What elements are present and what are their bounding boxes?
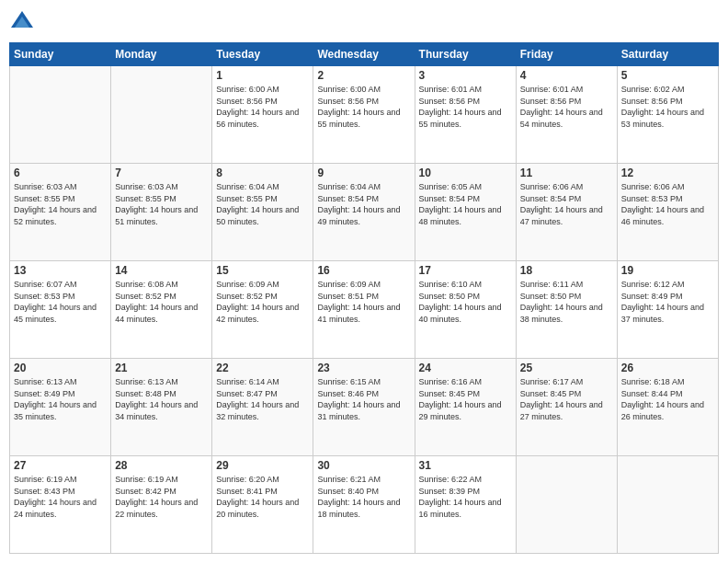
day-number: 4 [520, 69, 613, 82]
calendar-week-row: 20Sunrise: 6:13 AM Sunset: 8:49 PM Dayli… [10, 359, 719, 456]
calendar-cell: 12Sunrise: 6:06 AM Sunset: 8:53 PM Dayli… [617, 164, 718, 261]
day-info: Sunrise: 6:03 AM Sunset: 8:55 PM Dayligh… [14, 181, 107, 227]
calendar-cell: 3Sunrise: 6:01 AM Sunset: 8:56 PM Daylig… [415, 66, 516, 164]
calendar-cell: 20Sunrise: 6:13 AM Sunset: 8:49 PM Dayli… [10, 359, 111, 456]
calendar-day-header: Wednesday [313, 43, 415, 66]
day-number: 2 [317, 69, 410, 82]
day-number: 7 [115, 167, 208, 179]
day-number: 24 [419, 362, 512, 374]
day-info: Sunrise: 6:20 AM Sunset: 8:41 PM Dayligh… [216, 474, 309, 520]
day-number: 6 [14, 167, 107, 179]
day-info: Sunrise: 6:19 AM Sunset: 8:42 PM Dayligh… [115, 474, 208, 520]
day-info: Sunrise: 6:10 AM Sunset: 8:50 PM Dayligh… [419, 279, 512, 325]
calendar-cell: 18Sunrise: 6:11 AM Sunset: 8:50 PM Dayli… [516, 261, 617, 359]
calendar-day-header: Tuesday [212, 43, 313, 66]
calendar-cell: 1Sunrise: 6:00 AM Sunset: 8:56 PM Daylig… [212, 66, 313, 164]
day-info: Sunrise: 6:00 AM Sunset: 8:56 PM Dayligh… [216, 84, 309, 130]
calendar-cell: 10Sunrise: 6:05 AM Sunset: 8:54 PM Dayli… [415, 164, 516, 261]
calendar-cell: 27Sunrise: 6:19 AM Sunset: 8:43 PM Dayli… [10, 456, 111, 554]
day-number: 13 [14, 264, 107, 277]
page: SundayMondayTuesdayWednesdayThursdayFrid… [0, 0, 728, 563]
calendar-cell: 13Sunrise: 6:07 AM Sunset: 8:53 PM Dayli… [10, 261, 111, 359]
day-number: 9 [317, 167, 410, 179]
calendar-cell [617, 456, 718, 554]
calendar-week-row: 27Sunrise: 6:19 AM Sunset: 8:43 PM Dayli… [10, 456, 719, 554]
day-number: 15 [216, 264, 309, 277]
day-number: 29 [216, 459, 309, 472]
calendar-day-header: Thursday [415, 43, 516, 66]
header [9, 9, 719, 35]
day-number: 16 [317, 264, 410, 277]
day-info: Sunrise: 6:18 AM Sunset: 8:44 PM Dayligh… [621, 376, 714, 422]
calendar-cell: 28Sunrise: 6:19 AM Sunset: 8:42 PM Dayli… [111, 456, 212, 554]
day-info: Sunrise: 6:04 AM Sunset: 8:54 PM Dayligh… [317, 181, 410, 227]
day-info: Sunrise: 6:13 AM Sunset: 8:49 PM Dayligh… [14, 376, 107, 422]
calendar-cell: 4Sunrise: 6:01 AM Sunset: 8:56 PM Daylig… [516, 66, 617, 164]
calendar-table: SundayMondayTuesdayWednesdayThursdayFrid… [9, 42, 719, 554]
day-info: Sunrise: 6:09 AM Sunset: 8:52 PM Dayligh… [216, 279, 309, 325]
day-info: Sunrise: 6:01 AM Sunset: 8:56 PM Dayligh… [419, 84, 512, 130]
calendar-cell: 21Sunrise: 6:13 AM Sunset: 8:48 PM Dayli… [111, 359, 212, 456]
day-info: Sunrise: 6:06 AM Sunset: 8:53 PM Dayligh… [621, 181, 714, 227]
calendar-day-header: Friday [516, 43, 617, 66]
calendar-day-header: Saturday [617, 43, 718, 66]
calendar-cell: 23Sunrise: 6:15 AM Sunset: 8:46 PM Dayli… [313, 359, 415, 456]
calendar-cell [516, 456, 617, 554]
day-info: Sunrise: 6:22 AM Sunset: 8:39 PM Dayligh… [419, 474, 512, 520]
day-info: Sunrise: 6:13 AM Sunset: 8:48 PM Dayligh… [115, 376, 208, 422]
calendar-cell: 2Sunrise: 6:00 AM Sunset: 8:56 PM Daylig… [313, 66, 415, 164]
day-info: Sunrise: 6:15 AM Sunset: 8:46 PM Dayligh… [317, 376, 410, 422]
calendar-cell: 26Sunrise: 6:18 AM Sunset: 8:44 PM Dayli… [617, 359, 718, 456]
calendar-cell: 29Sunrise: 6:20 AM Sunset: 8:41 PM Dayli… [212, 456, 313, 554]
calendar-week-row: 6Sunrise: 6:03 AM Sunset: 8:55 PM Daylig… [10, 164, 719, 261]
day-info: Sunrise: 6:00 AM Sunset: 8:56 PM Dayligh… [317, 84, 410, 130]
calendar-cell: 25Sunrise: 6:17 AM Sunset: 8:45 PM Dayli… [516, 359, 617, 456]
day-number: 3 [419, 69, 512, 82]
day-number: 1 [216, 69, 309, 82]
calendar-cell: 5Sunrise: 6:02 AM Sunset: 8:56 PM Daylig… [617, 66, 718, 164]
calendar-header-row: SundayMondayTuesdayWednesdayThursdayFrid… [10, 43, 719, 66]
calendar-cell: 9Sunrise: 6:04 AM Sunset: 8:54 PM Daylig… [313, 164, 415, 261]
day-number: 31 [419, 459, 512, 472]
day-number: 8 [216, 167, 309, 179]
day-number: 10 [419, 167, 512, 179]
day-info: Sunrise: 6:14 AM Sunset: 8:47 PM Dayligh… [216, 376, 309, 422]
calendar-week-row: 1Sunrise: 6:00 AM Sunset: 8:56 PM Daylig… [10, 66, 719, 164]
day-number: 28 [115, 459, 208, 472]
calendar-cell: 31Sunrise: 6:22 AM Sunset: 8:39 PM Dayli… [415, 456, 516, 554]
day-info: Sunrise: 6:05 AM Sunset: 8:54 PM Dayligh… [419, 181, 512, 227]
calendar-cell: 15Sunrise: 6:09 AM Sunset: 8:52 PM Dayli… [212, 261, 313, 359]
day-info: Sunrise: 6:03 AM Sunset: 8:55 PM Dayligh… [115, 181, 208, 227]
day-number: 20 [14, 362, 107, 374]
day-number: 27 [14, 459, 107, 472]
day-number: 12 [621, 167, 714, 179]
day-number: 23 [317, 362, 410, 374]
day-info: Sunrise: 6:02 AM Sunset: 8:56 PM Dayligh… [621, 84, 714, 130]
logo-icon [9, 9, 35, 35]
day-info: Sunrise: 6:12 AM Sunset: 8:49 PM Dayligh… [621, 279, 714, 325]
calendar-cell: 16Sunrise: 6:09 AM Sunset: 8:51 PM Dayli… [313, 261, 415, 359]
day-number: 14 [115, 264, 208, 277]
day-number: 19 [621, 264, 714, 277]
calendar-day-header: Sunday [10, 43, 111, 66]
day-info: Sunrise: 6:21 AM Sunset: 8:40 PM Dayligh… [317, 474, 410, 520]
day-number: 21 [115, 362, 208, 374]
calendar-cell: 7Sunrise: 6:03 AM Sunset: 8:55 PM Daylig… [111, 164, 212, 261]
day-info: Sunrise: 6:01 AM Sunset: 8:56 PM Dayligh… [520, 84, 613, 130]
day-info: Sunrise: 6:06 AM Sunset: 8:54 PM Dayligh… [520, 181, 613, 227]
day-number: 18 [520, 264, 613, 277]
day-info: Sunrise: 6:07 AM Sunset: 8:53 PM Dayligh… [14, 279, 107, 325]
calendar-cell: 8Sunrise: 6:04 AM Sunset: 8:55 PM Daylig… [212, 164, 313, 261]
day-number: 25 [520, 362, 613, 374]
day-number: 26 [621, 362, 714, 374]
day-number: 22 [216, 362, 309, 374]
calendar-cell [111, 66, 212, 164]
calendar-cell: 6Sunrise: 6:03 AM Sunset: 8:55 PM Daylig… [10, 164, 111, 261]
calendar-cell: 11Sunrise: 6:06 AM Sunset: 8:54 PM Dayli… [516, 164, 617, 261]
day-info: Sunrise: 6:04 AM Sunset: 8:55 PM Dayligh… [216, 181, 309, 227]
calendar-week-row: 13Sunrise: 6:07 AM Sunset: 8:53 PM Dayli… [10, 261, 719, 359]
calendar-cell: 19Sunrise: 6:12 AM Sunset: 8:49 PM Dayli… [617, 261, 718, 359]
day-number: 17 [419, 264, 512, 277]
logo [9, 9, 39, 35]
calendar-cell: 17Sunrise: 6:10 AM Sunset: 8:50 PM Dayli… [415, 261, 516, 359]
